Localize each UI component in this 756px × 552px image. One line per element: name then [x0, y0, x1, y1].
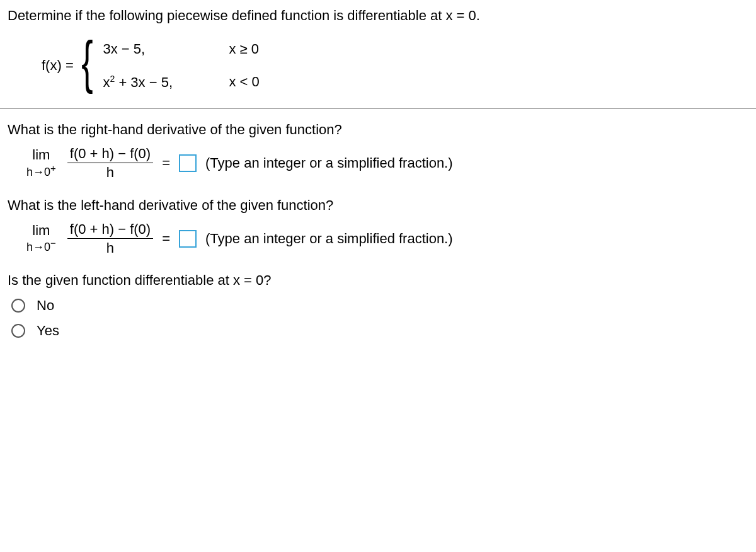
differentiable-prompt: Is the given function differentiable at … — [8, 272, 748, 289]
lim-sub-prefix: h→0 — [26, 241, 50, 253]
radio-option-no[interactable]: No — [11, 297, 748, 314]
radio-label-no: No — [37, 297, 54, 314]
case-1: 3x − 5, x ≥ 0 — [103, 41, 259, 57]
right-derivative-expression: lim h→0+ f(0 + h) − f(0) h = (Type an in… — [26, 146, 748, 181]
radio-circle-no[interactable] — [11, 299, 25, 313]
case-2-expr: x2 + 3x − 5, — [103, 74, 229, 91]
lim-sub-left: h→0− — [26, 238, 56, 254]
case-1-expr: 3x − 5, — [103, 41, 229, 57]
piecewise-function: f(x) = { 3x − 5, x ≥ 0 x2 + 3x − 5, x < … — [42, 41, 748, 91]
frac-num: f(0 + h) − f(0) — [67, 221, 153, 238]
radio-group: No Yes — [11, 297, 748, 339]
left-derivative-hint: (Type an integer or a simplified fractio… — [205, 231, 453, 247]
case-2-rest: + 3x − 5, — [115, 74, 173, 90]
case-2-base: x — [103, 74, 110, 90]
case-2-cond: x < 0 — [229, 74, 259, 91]
left-derivative-prompt: What is the left-hand derivative of the … — [8, 197, 748, 214]
lim-sub-plus: + — [50, 163, 56, 173]
frac-den: h — [67, 238, 153, 256]
left-brace: { — [81, 45, 93, 79]
frac-num: f(0 + h) − f(0) — [67, 146, 153, 163]
right-derivative-input[interactable] — [179, 154, 197, 172]
limit-left: lim h→0− — [26, 223, 56, 254]
radio-circle-yes[interactable] — [11, 324, 25, 338]
left-derivative-input[interactable] — [179, 230, 197, 248]
left-derivative-expression: lim h→0− f(0 + h) − f(0) h = (Type an in… — [26, 221, 748, 256]
difference-quotient-right: f(0 + h) − f(0) h — [67, 146, 153, 181]
lim-sub-right: h→0+ — [26, 163, 56, 179]
limit-right: lim h→0+ — [26, 147, 56, 178]
fx-label: f(x) = — [42, 57, 74, 74]
question-statement: Determine if the following piecewise def… — [8, 6, 748, 26]
lim-sub-prefix: h→0 — [26, 166, 50, 178]
equals-sign: = — [162, 155, 170, 171]
divider — [0, 108, 756, 109]
equals-sign: = — [162, 231, 170, 247]
lim-sub-minus: − — [50, 238, 56, 248]
piecewise-cases: 3x − 5, x ≥ 0 x2 + 3x − 5, x < 0 — [103, 41, 259, 91]
difference-quotient-left: f(0 + h) − f(0) h — [67, 221, 153, 256]
frac-den: h — [67, 163, 153, 180]
radio-option-yes[interactable]: Yes — [11, 323, 748, 339]
lim-word: lim — [32, 147, 50, 163]
lim-word: lim — [32, 223, 50, 238]
radio-label-yes: Yes — [37, 323, 59, 339]
right-derivative-prompt: What is the right-hand derivative of the… — [8, 122, 748, 138]
case-1-cond: x ≥ 0 — [229, 41, 259, 57]
case-2: x2 + 3x − 5, x < 0 — [103, 74, 259, 91]
right-derivative-hint: (Type an integer or a simplified fractio… — [205, 155, 453, 171]
